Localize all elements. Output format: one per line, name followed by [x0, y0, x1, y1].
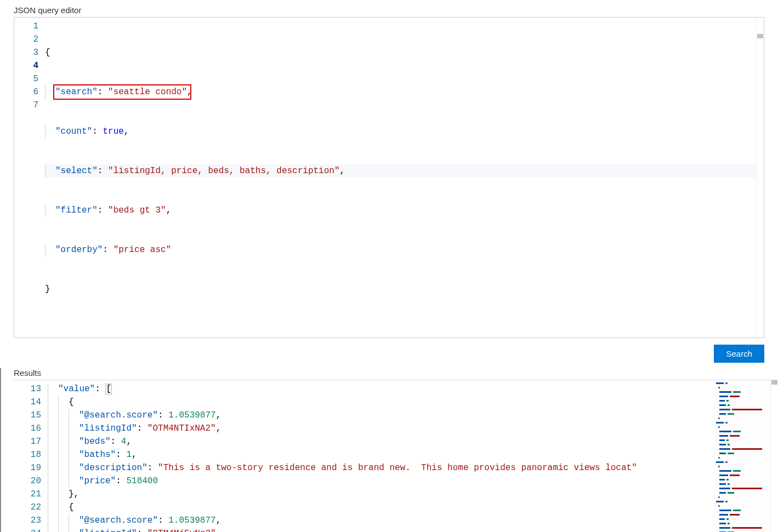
results-gutter: 1314151617181920212223242526272829303132…	[14, 380, 48, 532]
query-orderby-key: orderby	[61, 245, 98, 255]
results-label: Results	[14, 368, 764, 377]
query-gutter: 1 2 3 4 5 6 7	[14, 18, 45, 337]
query-orderby-value: price asc	[118, 245, 166, 255]
query-editor-label: JSON query editor	[14, 5, 764, 15]
query-search-value: seattle condo	[113, 87, 182, 97]
results-code[interactable]: "value": [{"@search.score": 1.0539877,"l…	[48, 380, 713, 532]
query-scrollbar[interactable]	[756, 18, 764, 337]
query-filter-value: beds gt 3	[113, 205, 161, 215]
json-query-editor[interactable]: 1 2 3 4 5 6 7 { "search": "seattle condo…	[14, 17, 764, 338]
results-editor[interactable]: 1314151617181920212223242526272829303132…	[14, 380, 778, 532]
search-button[interactable]: Search	[714, 345, 764, 363]
minimap[interactable]	[713, 380, 770, 532]
query-count-value: true	[103, 127, 123, 136]
query-select-value: listingId, price, beds, baths, descripti…	[113, 166, 334, 176]
query-code[interactable]: { "search": "seattle condo", "count": tr…	[45, 18, 756, 337]
results-scrollbar[interactable]	[770, 380, 778, 532]
